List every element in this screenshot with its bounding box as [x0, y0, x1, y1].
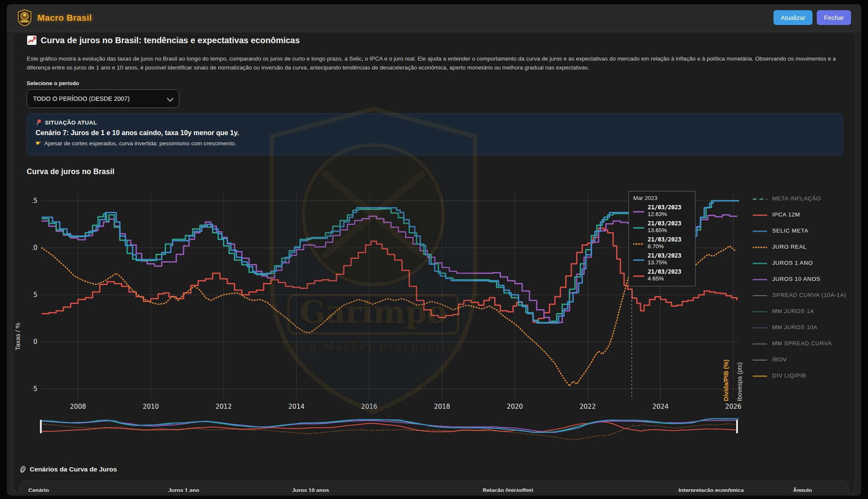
legend-item-spread-curva[interactable]: SPREAD CURVA (10A-1A) [753, 287, 855, 303]
svg-text:10: 10 [32, 244, 37, 252]
tooltip-row-juro-real: 21/03/20238.70% [633, 236, 691, 250]
brand-logo-icon [17, 9, 32, 26]
legend-item-mm-spread-curva[interactable]: MM SPREAD CURVA [753, 335, 855, 351]
close-button[interactable]: Fechar [817, 10, 851, 25]
svg-text:2008: 2008 [70, 403, 86, 410]
content-panel: Curva de juros no Brasil: tendências e e… [13, 32, 855, 492]
top-bar: Macro Brasil Atualizar Fechar [7, 4, 861, 31]
legend-swatch-spread-curva [753, 291, 767, 299]
scenario-column-4: Interpretação econômica [679, 487, 793, 492]
svg-text:2012: 2012 [216, 403, 232, 410]
tooltip-row-juros-1-ano: 21/03/202313.65% [633, 220, 691, 233]
svg-text:2010: 2010 [143, 403, 159, 410]
legend-item-ibov[interactable]: IBOV [753, 351, 855, 367]
tooltip-date: 21/03/2023 [648, 252, 681, 259]
scenarios-heading-text: Cenários da Curva de Juros [30, 466, 117, 473]
legend-swatch-ipca-12m [753, 211, 767, 218]
range-handle-right[interactable] [736, 420, 738, 433]
legend-swatch-mm-juros-1a [753, 307, 767, 315]
period-select[interactable]: TODO O PERÍODO (DESDE 2007) [27, 89, 179, 108]
svg-text:15: 15 [32, 197, 37, 205]
situation-heading: SITUAÇÃO ATUAL [45, 119, 97, 126]
tooltip-swatch-juro-real [633, 239, 644, 247]
tooltip-value: 13.75% [648, 259, 681, 266]
legend-label: MM SPREAD CURVA [772, 340, 832, 347]
legend-label: MM JUROS 1A [772, 308, 814, 314]
tooltip-value: 8.70% [648, 243, 681, 250]
legend-swatch-div-liq-pib [753, 371, 767, 379]
refresh-button[interactable]: Atualizar [773, 10, 812, 25]
legend-label: JUROS 1 ANO [772, 260, 813, 266]
svg-text:−5: −5 [32, 385, 37, 393]
app-window: Macro Brasil Atualizar Fechar Curva de j… [7, 4, 861, 496]
situation-box: SITUAÇÃO ATUAL Cenário 7: Juros de 1 e 1… [27, 113, 843, 155]
legend-swatch-juro-real [753, 243, 767, 250]
tooltip-date: 21/03/2023 [648, 268, 681, 275]
legend-label: MM JUROS 10A [772, 324, 818, 330]
paperclip-icon [19, 466, 26, 473]
legend-item-mm-juros-10a[interactable]: MM JUROS 10A [753, 319, 855, 335]
legend-label: IPCA 12M [772, 211, 800, 218]
svg-text:2014: 2014 [288, 403, 304, 410]
range-handle-left[interactable] [40, 420, 42, 433]
legend-item-juros-1-ano[interactable]: JUROS 1 ANO [753, 255, 855, 271]
tooltip-row-selic-meta: 21/03/202313.75% [633, 252, 691, 266]
page-title-text: Curva de juros no Brasil: tendências e e… [41, 36, 300, 45]
tooltip-date: 21/03/2023 [648, 220, 681, 227]
legend-swatch-ibov [753, 355, 767, 363]
legend-item-selic-meta[interactable]: SELIC META [753, 222, 855, 238]
period-select-label: Selecione o período [27, 80, 79, 86]
svg-text:2020: 2020 [507, 403, 523, 410]
page-description: Este gráfico mostra a evolução das taxas… [27, 55, 842, 72]
legend-label: IBOV [772, 356, 787, 363]
brand-title: Macro Brasil [37, 13, 92, 23]
legend-swatch-mm-juros-10a [753, 323, 767, 331]
tooltip-value: 13.65% [648, 227, 681, 233]
chart-legend: META INFLAÇÃOIPCA 12MSELIC METAJURO REAL… [753, 190, 855, 383]
tooltip-value: 12.63% [648, 211, 681, 217]
svg-text:2026: 2026 [725, 403, 741, 410]
situation-note: ☛ Apesar de cortes esperados, curva inve… [36, 139, 834, 147]
legend-swatch-mm-spread-curva [753, 339, 767, 347]
svg-text:2018: 2018 [434, 403, 450, 410]
legend-swatch-selic-meta [753, 227, 767, 234]
pointing-hand-icon: ☛ [36, 139, 41, 147]
legend-label: DIV LIQ/PIB [772, 372, 806, 379]
scenarios-table[interactable]: CenárioJuros 1 anoJuros 10 anosRelação (… [19, 481, 849, 492]
svg-text:2024: 2024 [652, 403, 668, 410]
page-title: Curva de juros no Brasil: tendências e e… [27, 35, 300, 45]
legend-item-juro-real[interactable]: JURO REAL [753, 238, 855, 255]
chart-up-icon [27, 35, 37, 45]
scenario-column-2: Juros 10 anos [292, 487, 483, 492]
tooltip-swatch-juros-1-ano [633, 223, 644, 231]
scenario-column-3: Relação (início/fim) [483, 487, 679, 492]
tooltip-swatch-ipca-12m [633, 272, 644, 279]
situation-note-text: Apesar de cortes esperados, curva invert… [44, 140, 236, 147]
legend-label: SELIC META [772, 227, 808, 234]
chart-title: Curva de juros no Brasil [27, 167, 114, 176]
situation-main: Cenário 7: Juros de 1 e 10 anos caindo, … [36, 129, 834, 137]
tooltip-row-ipca-12m: 21/03/20234.65% [633, 268, 691, 282]
legend-item-mm-juros-1a[interactable]: MM JUROS 1A [753, 303, 855, 319]
ibovespa-axis-label: Ibovespa (pts) [736, 215, 743, 401]
legend-item-div-liq-pib[interactable]: DIV LIQ/PIB [753, 367, 855, 383]
legend-swatch-meta-inflacao [753, 194, 767, 202]
legend-item-juros-10-anos[interactable]: JUROS 10 ANOS [753, 271, 855, 287]
legend-swatch-juros-1-ano [753, 259, 767, 266]
svg-text:5: 5 [33, 291, 38, 299]
tooltip-date: 21/03/2023 [648, 204, 681, 211]
scenarios-heading: Cenários da Curva de Juros [19, 466, 117, 473]
legend-label: SPREAD CURVA (10A-1A) [772, 292, 846, 298]
legend-label: META INFLAÇÃO [772, 195, 821, 202]
tooltip-value: 4.65% [648, 275, 681, 282]
legend-item-meta-inflacao[interactable]: META INFLAÇÃO [753, 190, 855, 206]
tooltip-row-juros-10-anos: 21/03/202312.63% [633, 204, 691, 217]
period-select-wrap: TODO O PERÍODO (DESDE 2007) [27, 89, 179, 108]
legend-swatch-juros-10-anos [753, 275, 767, 283]
svg-text:0: 0 [33, 338, 38, 346]
tooltip-swatch-juros-10-anos [633, 207, 644, 215]
legend-label: JUROS 10 ANOS [772, 276, 821, 282]
tooltip-swatch-selic-meta [633, 255, 644, 263]
legend-item-ipca-12m[interactable]: IPCA 12M [753, 206, 855, 222]
divida-pib-axis-label: Dívida/PIB (%) [723, 215, 729, 401]
